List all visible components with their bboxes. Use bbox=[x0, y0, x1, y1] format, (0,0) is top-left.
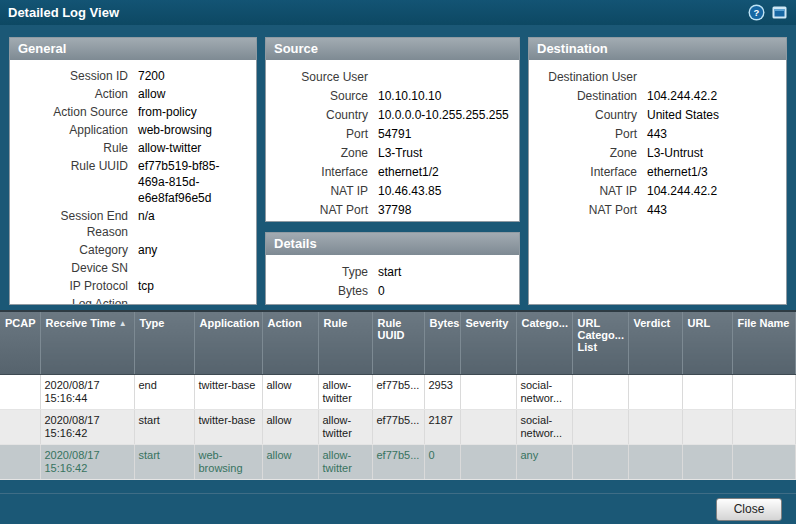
dialog-title: Detailed Log View bbox=[8, 5, 119, 20]
panel-destination-header: Destination bbox=[529, 38, 786, 60]
related-logs-table-area: PCAP Receive Time▲ Type Application Acti… bbox=[0, 310, 796, 480]
cell-application: web-browsing bbox=[194, 444, 262, 479]
field-label: Source User bbox=[272, 69, 378, 85]
field-label: NAT Port bbox=[535, 202, 647, 218]
cell-rule_uuid: ef77b5... bbox=[372, 444, 424, 479]
svg-text:?: ? bbox=[754, 7, 760, 18]
cell-action: allow bbox=[262, 374, 318, 409]
column-header-label: URL bbox=[688, 317, 711, 329]
related-logs-table: PCAP Receive Time▲ Type Application Acti… bbox=[0, 312, 796, 480]
log-table-row[interactable]: 2020/08/17 15:16:42startweb-browsingallo… bbox=[0, 444, 796, 479]
field-label: NAT Port bbox=[272, 202, 378, 218]
cell-bytes: 2953 bbox=[424, 374, 460, 409]
field-label: Application bbox=[16, 122, 138, 138]
column-header[interactable]: Type bbox=[134, 312, 194, 374]
dialog-footer: Close bbox=[0, 493, 796, 524]
field-value: 104.244.42.2 bbox=[647, 88, 717, 104]
column-header[interactable]: URL Catego... List bbox=[572, 312, 628, 374]
field-row: NAT Port 443 bbox=[535, 200, 780, 219]
column-header-label: Bytes bbox=[430, 317, 460, 329]
field-row: Device SN bbox=[16, 259, 250, 277]
detail-panels-area: General Session ID 7200 Action allow Act… bbox=[0, 25, 796, 305]
field-label: Action bbox=[16, 86, 138, 102]
field-value: from-policy bbox=[138, 104, 197, 120]
field-value: ef77b519-bf85-469a-815d-e6e8faf96e5d bbox=[138, 158, 250, 206]
field-row: Country United States bbox=[535, 105, 780, 124]
column-header-label: Rule UUID bbox=[378, 317, 405, 341]
field-row: NAT IP 104.244.42.2 bbox=[535, 181, 780, 200]
field-label: Category bbox=[16, 242, 138, 258]
field-row: Destination User bbox=[535, 67, 780, 86]
column-header-label: Verdict bbox=[634, 317, 671, 329]
field-row: Log Action bbox=[16, 295, 250, 305]
log-table-row[interactable]: 2020/08/17 15:16:42starttwitter-baseallo… bbox=[0, 409, 796, 444]
field-label: Log Action bbox=[16, 296, 138, 305]
column-header-label: PCAP bbox=[5, 317, 36, 329]
field-label: Rule UUID bbox=[16, 158, 138, 206]
field-row: Source User bbox=[272, 67, 513, 86]
column-header[interactable]: File Name bbox=[732, 312, 796, 374]
cell-url bbox=[682, 409, 732, 444]
field-row: Interface ethernet1/3 bbox=[535, 162, 780, 181]
field-label: Interface bbox=[535, 164, 647, 180]
field-label: Destination User bbox=[535, 69, 647, 85]
panel-details-body: Type start Bytes 0 bbox=[266, 255, 519, 304]
column-header[interactable]: Bytes bbox=[424, 312, 460, 374]
cell-url_category_list bbox=[572, 444, 628, 479]
field-value: start bbox=[378, 264, 401, 280]
dialog-titlebar: Detailed Log View ? bbox=[0, 0, 796, 25]
column-header[interactable]: Rule bbox=[318, 312, 372, 374]
cell-pcap bbox=[0, 444, 40, 479]
cell-file_name bbox=[732, 374, 796, 409]
column-header[interactable]: PCAP bbox=[0, 312, 40, 374]
field-row: Interface ethernet1/2 bbox=[272, 162, 513, 181]
column-header[interactable]: Rule UUID bbox=[372, 312, 424, 374]
column-header-label: Receive Time bbox=[46, 317, 116, 329]
column-header-label: URL Catego... List bbox=[578, 317, 624, 353]
column-header[interactable]: Verdict bbox=[628, 312, 682, 374]
field-row: Action allow bbox=[16, 85, 250, 103]
field-value: allow-twitter bbox=[138, 140, 201, 156]
cell-url_category_list bbox=[572, 374, 628, 409]
cell-url bbox=[682, 444, 732, 479]
field-value: ethernet1/2 bbox=[378, 164, 439, 180]
cell-bytes: 0 bbox=[424, 444, 460, 479]
cell-application: twitter-base bbox=[194, 409, 262, 444]
field-value: any bbox=[138, 242, 157, 258]
field-row: NAT IP 10.46.43.85 bbox=[272, 181, 513, 200]
cell-rule: allow-twitter bbox=[318, 374, 372, 409]
column-header[interactable]: Catego... bbox=[516, 312, 572, 374]
field-value: 10.10.10.10 bbox=[378, 88, 441, 104]
column-header[interactable]: Severity bbox=[460, 312, 516, 374]
column-header[interactable]: Action bbox=[262, 312, 318, 374]
field-value: 10.0.0.0-10.255.255.255 bbox=[378, 107, 509, 123]
field-row: Rule UUID ef77b519-bf85-469a-815d-e6e8fa… bbox=[16, 157, 250, 207]
cell-file_name bbox=[732, 444, 796, 479]
field-value: 10.46.43.85 bbox=[378, 183, 441, 199]
field-label: Session ID bbox=[16, 68, 138, 84]
field-label: Action Source bbox=[16, 104, 138, 120]
window-restore-icon[interactable] bbox=[771, 4, 788, 21]
panel-general-body: Session ID 7200 Action allow Action Sour… bbox=[10, 60, 256, 305]
column-header[interactable]: URL bbox=[682, 312, 732, 374]
panel-details-header: Details bbox=[266, 233, 519, 255]
cell-action: allow bbox=[262, 409, 318, 444]
cell-severity bbox=[460, 444, 516, 479]
field-value: n/a bbox=[138, 208, 155, 240]
field-value: 0 bbox=[378, 283, 385, 299]
help-icon[interactable]: ? bbox=[748, 4, 765, 21]
column-header[interactable]: Application bbox=[194, 312, 262, 374]
cell-receive_time: 2020/08/17 15:16:42 bbox=[40, 444, 134, 479]
field-label: Source bbox=[272, 88, 378, 104]
cell-receive_time: 2020/08/17 15:16:44 bbox=[40, 374, 134, 409]
field-row: Country 10.0.0.0-10.255.255.255 bbox=[272, 105, 513, 124]
column-header[interactable]: Receive Time▲ bbox=[40, 312, 134, 374]
cell-rule: allow-twitter bbox=[318, 409, 372, 444]
field-label: NAT IP bbox=[535, 183, 647, 199]
cell-verdict bbox=[628, 374, 682, 409]
log-table-row[interactable]: 2020/08/17 15:16:44endtwitter-baseallowa… bbox=[0, 374, 796, 409]
cell-severity bbox=[460, 374, 516, 409]
field-row: Type start bbox=[272, 262, 513, 281]
panel-source-header: Source bbox=[266, 38, 519, 60]
close-button[interactable]: Close bbox=[716, 498, 782, 521]
